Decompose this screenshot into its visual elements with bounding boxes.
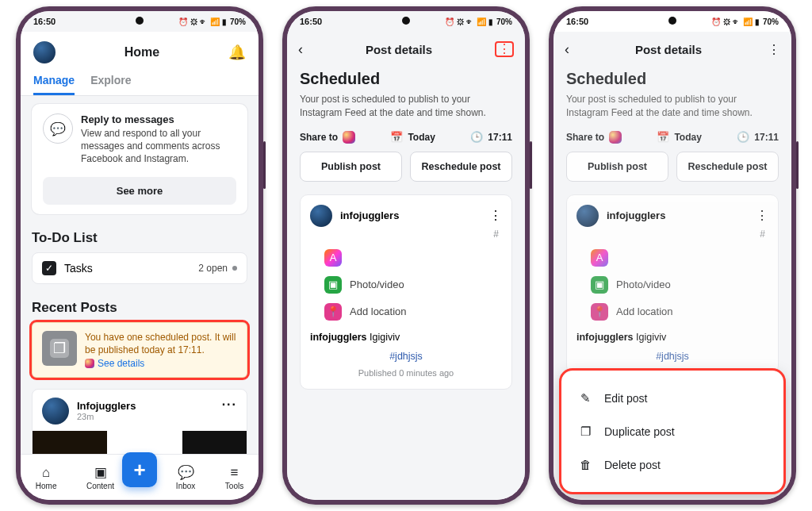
- publish-button[interactable]: Publish post: [300, 152, 402, 182]
- tab-explore[interactable]: Explore: [90, 74, 131, 95]
- home-icon: ⌂: [42, 465, 50, 481]
- status-time: 16:50: [33, 17, 56, 26]
- post-avatar: [42, 398, 69, 425]
- content-icon: ▣: [94, 464, 107, 481]
- calendar-icon: 📅: [657, 131, 669, 143]
- delete-post-row[interactable]: 🗑 Delete post: [569, 448, 776, 481]
- clock-icon: 🕒: [470, 131, 483, 143]
- photo-icon: ▣: [324, 276, 342, 294]
- reply-card[interactable]: 💬 Reply to messages View and respond to …: [32, 104, 247, 214]
- hashtag: #jdhjsjs: [310, 351, 502, 362]
- duplicate-icon: ❐: [577, 425, 593, 439]
- page-title: Post details: [366, 43, 432, 56]
- scheduled-sub: Your post is scheduled to publish to you…: [300, 93, 512, 120]
- photo-icon: ▣: [591, 276, 608, 294]
- menu-icon[interactable]: ⋮: [495, 41, 514, 57]
- recent-post[interactable]: Infojugglers 23m ···: [32, 389, 247, 454]
- tasks-row[interactable]: ✓ Tasks 2 open: [32, 252, 247, 284]
- calendar-icon: 📅: [390, 131, 403, 143]
- tools-icon: ≡: [231, 465, 239, 481]
- instagram-icon: [609, 131, 622, 144]
- add-location-row[interactable]: 📍 Add location: [324, 303, 502, 321]
- account-avatar: [310, 205, 332, 227]
- dot-icon: [232, 266, 237, 271]
- post-menu-icon[interactable]: ···: [222, 398, 237, 412]
- media-icon: A: [591, 249, 608, 267]
- pencil-icon: ✎: [577, 391, 593, 405]
- trash-icon: 🗑: [577, 458, 593, 471]
- compose-fab[interactable]: +: [122, 452, 157, 487]
- tab-manage[interactable]: Manage: [33, 74, 75, 95]
- nav-inbox[interactable]: 💬 Inbox: [176, 464, 195, 490]
- bottom-nav: ⌂ Home ▣ Content . 💬 Inbox ≡ Tools +: [21, 454, 259, 500]
- section-todo: To-Do List: [32, 230, 247, 246]
- scheduled-heading: Scheduled: [300, 70, 512, 88]
- card-menu-icon[interactable]: ⋮: [489, 208, 502, 223]
- account-name: infojugglers: [340, 209, 399, 221]
- account-avatar: [576, 205, 599, 227]
- card-menu-icon[interactable]: ⋮: [756, 208, 768, 223]
- home-header: Home 🔔 Manage Explore: [21, 32, 259, 96]
- status-icons: ⏰ ⚙ ᯤ 📶 ▮ 70%: [178, 17, 246, 26]
- nav-home[interactable]: ⌂ Home: [36, 465, 57, 490]
- photo-video-row[interactable]: ▣ Photo/video: [324, 276, 502, 294]
- nav-tools[interactable]: ≡ Tools: [225, 465, 243, 490]
- post-detail-card: infojugglers ⋮ # A ▣ Photo/video 📍 A: [300, 194, 512, 390]
- duplicate-post-row[interactable]: ❐ Duplicate post: [569, 415, 776, 448]
- scheduled-text: You have one scheduled post. It will be …: [85, 331, 237, 356]
- reschedule-button[interactable]: Reschedule post: [410, 152, 512, 182]
- published-line: Published 0 minutes ago: [310, 368, 502, 378]
- reply-sub: View and respond to all your messages an…: [81, 127, 236, 166]
- back-icon[interactable]: ‹: [298, 41, 303, 58]
- nav-content[interactable]: ▣ Content: [86, 464, 114, 490]
- location-icon: 📍: [324, 303, 342, 321]
- post-detail-card: infojugglers ⋮ # A ▣ Photo/video 📍 Ad: [566, 194, 779, 374]
- inbox-icon: 💬: [178, 464, 194, 481]
- location-icon: 📍: [591, 303, 608, 321]
- post-thumb-icon: ❐: [42, 331, 77, 366]
- profile-avatar[interactable]: [33, 41, 56, 63]
- back-icon[interactable]: ‹: [565, 41, 569, 58]
- instagram-icon: [343, 131, 355, 144]
- scheduled-banner[interactable]: ❐ You have one scheduled post. It will b…: [32, 322, 247, 378]
- chat-icon: 💬: [43, 113, 73, 144]
- see-details-link[interactable]: See details: [85, 358, 237, 369]
- page-title: Home: [124, 45, 159, 60]
- section-recent: Recent Posts: [32, 300, 247, 316]
- schedule-time: 🕒 17:11: [470, 131, 512, 143]
- instagram-icon: [85, 359, 94, 368]
- reschedule-button[interactable]: Reschedule post: [676, 152, 779, 182]
- menu-icon[interactable]: ⋮: [768, 42, 780, 57]
- share-to: Share to: [300, 131, 355, 144]
- page-title: Post details: [635, 43, 702, 56]
- post-time: 23m: [77, 412, 136, 421]
- media-type-row[interactable]: A: [324, 249, 502, 267]
- action-sheet: ✎ Edit post ❐ Duplicate post 🗑 Delete po…: [561, 371, 783, 492]
- tasks-open-count: 2 open: [198, 263, 228, 274]
- hash-symbol: #: [310, 229, 502, 240]
- notifications-icon[interactable]: 🔔: [228, 44, 246, 61]
- details-header: ‹ Post details ⋮: [553, 32, 791, 67]
- schedule-date: 📅 Today: [390, 131, 435, 143]
- publish-button[interactable]: Publish post: [566, 152, 668, 182]
- edit-post-row[interactable]: ✎ Edit post: [569, 382, 776, 415]
- caption: infojugglers Igigiviv: [310, 332, 502, 343]
- checkbox-icon: ✓: [42, 261, 56, 275]
- clock-icon: 🕒: [737, 131, 749, 143]
- tasks-label: Tasks: [64, 262, 93, 275]
- see-more-button[interactable]: See more: [43, 177, 236, 205]
- details-header: ‹ Post details ⋮: [287, 32, 525, 67]
- post-image: [33, 431, 247, 454]
- media-icon: A: [324, 249, 342, 267]
- post-author: Infojugglers: [77, 400, 136, 412]
- reply-title: Reply to messages: [81, 113, 236, 125]
